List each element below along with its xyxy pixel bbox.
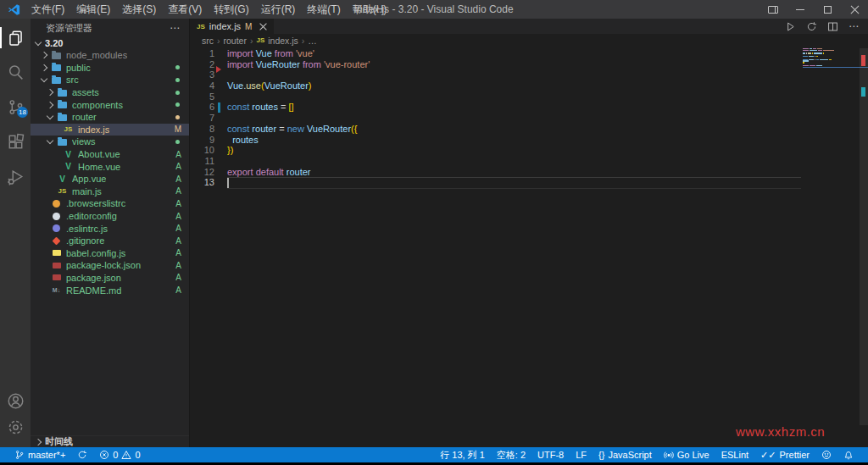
- activity-run-debug-button[interactable]: [0, 163, 31, 190]
- more-actions-icon[interactable]: ⋯: [170, 22, 181, 34]
- code-line[interactable]: 8const router = new VueRouter({: [190, 124, 801, 135]
- tree-item-components[interactable]: components: [31, 98, 189, 111]
- tree-item-public[interactable]: public: [31, 62, 189, 75]
- line-number[interactable]: 7: [190, 113, 214, 124]
- cursor-position-button[interactable]: 行 13, 列 1: [434, 447, 491, 462]
- code-text: [214, 156, 227, 167]
- notifications-button[interactable]: [837, 447, 860, 462]
- code-line[interactable]: 13: [190, 177, 801, 188]
- line-number[interactable]: 3: [190, 69, 214, 80]
- go-live-button[interactable]: Go Live: [658, 447, 715, 462]
- git-status-badge: A: [175, 261, 181, 270]
- tab-close-icon[interactable]: [259, 23, 267, 30]
- code-line[interactable]: 6const routes = []: [190, 102, 801, 113]
- breadcrumb-item[interactable]: index.js: [268, 36, 298, 46]
- breadcrumb-item[interactable]: src: [202, 36, 214, 46]
- activity-source-control-button[interactable]: 18: [0, 94, 31, 120]
- language-mode-button[interactable]: {}JavaScript: [593, 447, 658, 462]
- menu-item[interactable]: 终端(T): [301, 1, 346, 19]
- code-line[interactable]: 9 routes: [190, 135, 801, 146]
- indentation-button[interactable]: 空格: 2: [491, 447, 531, 462]
- tree-item-package.json[interactable]: package.jsonA: [31, 272, 189, 285]
- timeline-section-header[interactable]: 时间线: [31, 435, 189, 447]
- line-number[interactable]: 1: [190, 48, 214, 59]
- layout-toggle-button[interactable]: [760, 0, 787, 19]
- scrollbar[interactable]: [860, 48, 868, 425]
- line-number[interactable]: 4: [190, 80, 214, 91]
- minimap[interactable]: [803, 48, 859, 68]
- activity-search-button[interactable]: [0, 59, 31, 86]
- code-line[interactable]: 11: [190, 156, 801, 167]
- branch-button[interactable]: master*+: [8, 447, 71, 462]
- code-line[interactable]: 12export default router: [190, 167, 801, 178]
- split-editor-icon[interactable]: [827, 21, 838, 32]
- menu-item[interactable]: 选择(S): [116, 1, 162, 19]
- tree-item-About.vue[interactable]: VAbout.vueA: [31, 148, 189, 161]
- line-number[interactable]: 6: [190, 102, 214, 113]
- feedback-button[interactable]: [815, 447, 837, 462]
- tree-item-.gitignore[interactable]: .gitignoreA: [31, 235, 189, 247]
- tree-item-main.js[interactable]: JSmain.jsA: [31, 185, 189, 198]
- breadcrumb-item[interactable]: …: [308, 36, 317, 46]
- line-number[interactable]: 8: [190, 124, 214, 135]
- tree-item-src[interactable]: src: [31, 74, 189, 86]
- eol-button[interactable]: LF: [570, 447, 593, 462]
- prettier-button[interactable]: ✓✓Prettier: [754, 447, 815, 462]
- tree-item-views[interactable]: views: [31, 136, 189, 148]
- minimize-button[interactable]: [787, 0, 814, 19]
- tab-modified-badge: M: [245, 22, 252, 31]
- run-file-icon[interactable]: [785, 21, 796, 32]
- tab-index-js[interactable]: JS index.js M: [190, 19, 274, 34]
- code-line[interactable]: 2import VueRouter from 'vue-router': [190, 59, 801, 70]
- folder-icon: [57, 113, 68, 122]
- tree-item-router[interactable]: router: [31, 111, 189, 124]
- line-number[interactable]: 10: [190, 145, 214, 156]
- line-number[interactable]: 12: [190, 167, 214, 178]
- code-line[interactable]: 5: [190, 91, 801, 102]
- maximize-button[interactable]: [814, 0, 841, 19]
- code-line[interactable]: 1import Vue from 'vue': [190, 48, 801, 59]
- problems-button[interactable]: 00: [93, 447, 146, 462]
- tree-item-Home.vue[interactable]: VHome.vueA: [31, 160, 189, 173]
- tree-item-index.js[interactable]: JSindex.jsM: [31, 124, 189, 136]
- menu-item[interactable]: 查看(V): [162, 1, 208, 19]
- git-status-badge: A: [175, 236, 181, 246]
- menu-item[interactable]: 转到(G): [208, 1, 254, 19]
- more-actions-icon[interactable]: ⋯: [849, 20, 860, 32]
- line-number[interactable]: 9: [190, 135, 214, 146]
- tree-item-.editorconfig[interactable]: .editorconfigA: [31, 210, 189, 223]
- activity-extensions-button[interactable]: [0, 129, 31, 155]
- code-editor[interactable]: 1import Vue from 'vue'2import VueRouter …: [190, 47, 801, 447]
- tree-item-.eslintrc.js[interactable]: .eslintrc.jsA: [31, 222, 189, 235]
- code-line[interactable]: 7: [190, 113, 801, 124]
- line-number[interactable]: 2: [190, 59, 214, 70]
- eslint-button[interactable]: ESLint: [715, 447, 754, 462]
- tree-item-node_modules[interactable]: node_modules: [31, 49, 189, 62]
- code-line[interactable]: 4Vue.use(VueRouter): [190, 80, 801, 91]
- tree-item-assets[interactable]: assets: [31, 86, 189, 99]
- breadcrumb-item[interactable]: router: [224, 36, 247, 46]
- menu-item[interactable]: 文件(F): [25, 1, 70, 19]
- vue-icon: V: [57, 174, 68, 184]
- menu-item[interactable]: 编辑(E): [70, 1, 116, 19]
- tree-item-babel.config.js[interactable]: babel.config.jsA: [31, 247, 189, 260]
- code-line[interactable]: 3: [190, 69, 801, 80]
- tree-item-App.vue[interactable]: VApp.vueA: [31, 173, 189, 185]
- line-number[interactable]: 13: [190, 177, 214, 188]
- tree-item-.browserslistrc[interactable]: .browserslistrcA: [31, 197, 189, 210]
- settings-button[interactable]: [0, 414, 31, 440]
- menu-item[interactable]: 运行(R): [255, 1, 302, 19]
- line-number[interactable]: 5: [190, 91, 214, 102]
- account-button[interactable]: [0, 388, 31, 414]
- close-button[interactable]: [841, 0, 868, 19]
- line-number[interactable]: 11: [190, 156, 214, 167]
- project-section-header[interactable]: 3.20: [31, 37, 189, 49]
- gear-icon: [7, 418, 25, 436]
- tree-item-package-lock.json[interactable]: package-lock.jsonA: [31, 259, 189, 272]
- refresh-icon[interactable]: [806, 21, 817, 32]
- encoding-button[interactable]: UTF-8: [531, 447, 570, 462]
- code-line[interactable]: 10}): [190, 145, 801, 156]
- sync-button[interactable]: [71, 447, 93, 462]
- tree-item-README.md[interactable]: M↓README.mdA: [31, 284, 189, 296]
- activity-explorer-button[interactable]: [0, 25, 31, 51]
